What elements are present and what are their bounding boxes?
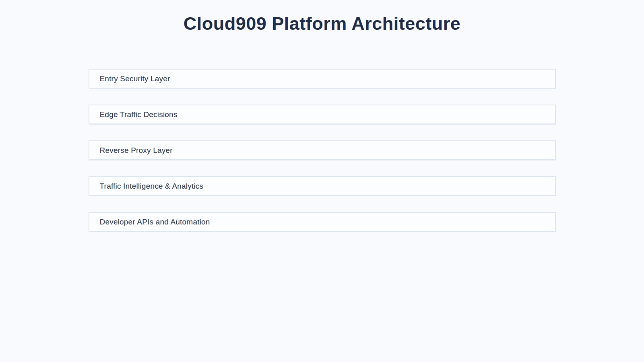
diagram-node-label: Developer APIs and Automation [100,218,210,226]
diagram-node-edge-traffic-decisions: Edge Traffic Decisions [89,105,556,124]
diagram-node-label: Traffic Intelligence & Analytics [100,182,204,191]
diagram-node-traffic-intelligence-analytics: Traffic Intelligence & Analytics [89,176,556,196]
diagram-node-label: Edge Traffic Decisions [100,110,178,119]
diagram-node-entry-security-layer: Entry Security Layer [89,69,556,88]
diagram-node-developer-apis-automation: Developer APIs and Automation [89,212,556,232]
diagram-node-reverse-proxy-layer: Reverse Proxy Layer [89,140,556,160]
architecture-diagram: Entry Security Layer Edge Traffic Decisi… [89,69,556,232]
diagram-node-label: Entry Security Layer [100,74,170,83]
diagram-node-label: Reverse Proxy Layer [100,146,173,155]
page-title: Cloud909 Platform Architecture [0,0,644,35]
